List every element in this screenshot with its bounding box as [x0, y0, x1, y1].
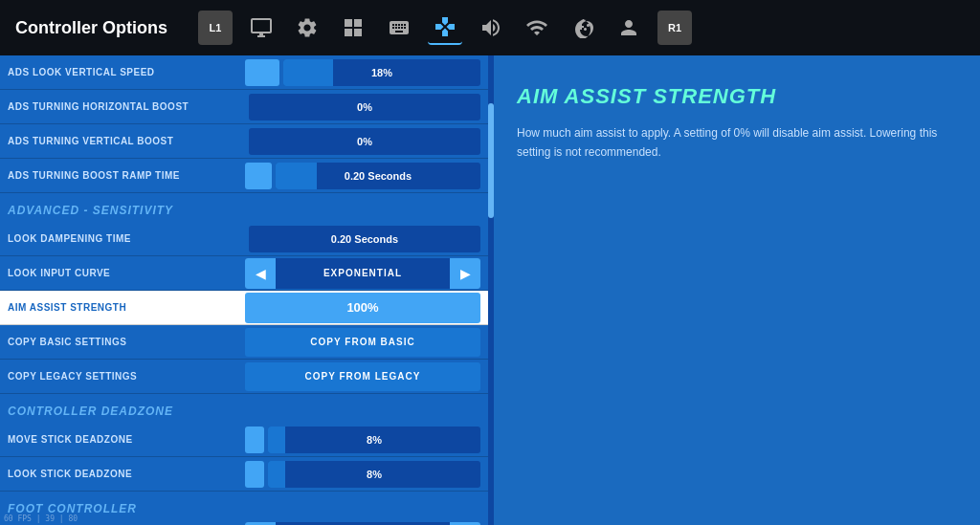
controller-deadzone-title: CONTROLLER DEADZONE: [8, 405, 173, 418]
slider-thumb: [245, 163, 272, 189]
setting-copy-legacy[interactable]: COPY LEGACY SETTINGS COPY FROM LEGACY: [0, 360, 488, 394]
look-input-curve-value: EXPONENTIAL: [276, 268, 450, 278]
move-stick-deadzone-control[interactable]: 8%: [245, 425, 480, 455]
setting-look-input-curve[interactable]: LOOK INPUT CURVE ◀ EXPONENTIAL ▶: [0, 256, 488, 291]
advanced-sensitivity-title: ADVANCED - SENSITIVITY: [8, 204, 173, 217]
person-icon[interactable]: [612, 11, 646, 45]
copy-legacy-button[interactable]: COPY FROM LEGACY: [245, 362, 480, 391]
copy-basic-label: COPY BASIC SETTINGS: [8, 337, 245, 347]
look-dampening-time-label: LOOK DAMPENING TIME: [8, 233, 245, 244]
setting-look-stick-deadzone[interactable]: LOOK STICK DEADZONE 8%: [0, 457, 488, 492]
enable-foot-controller-next-button[interactable]: ▶: [450, 522, 480, 526]
slider-bar: 0.20 Seconds: [276, 163, 480, 189]
slider-bar: 0.20 Seconds: [249, 226, 480, 252]
slider-bar: 8%: [268, 461, 480, 488]
foot-controller-title: FOOT CONTROLLER: [8, 502, 137, 515]
look-dampening-time-control[interactable]: 0.20 Seconds: [245, 224, 480, 254]
controller-deadzone-header: CONTROLLER DEADZONE: [0, 394, 488, 423]
slider-fill: [283, 59, 333, 86]
speaker-icon[interactable]: [474, 11, 508, 45]
setting-copy-basic[interactable]: COPY BASIC SETTINGS COPY FROM BASIC: [0, 325, 488, 360]
ads-turning-boost-ramp-time-label: ADS TURNING BOOST RAMP TIME: [8, 170, 245, 181]
gamepad-active-icon[interactable]: [428, 11, 462, 45]
move-stick-deadzone-label: MOVE STICK DEADZONE: [8, 434, 245, 445]
copy-basic-button[interactable]: COPY FROM BASIC: [245, 328, 480, 357]
look-input-curve-next-button[interactable]: ▶: [450, 258, 480, 289]
main-content: ADS LOOK VERTICAL SPEED 18% ADS TURNING …: [0, 55, 980, 525]
aim-assist-strength-label: AIM ASSIST STRENGTH: [8, 302, 245, 313]
monitor-icon[interactable]: [244, 11, 278, 45]
slider-thumb: [245, 427, 264, 453]
network-icon[interactable]: [520, 11, 554, 45]
page-title: Controller Options: [15, 18, 167, 38]
gamepad2-icon[interactable]: [566, 11, 600, 45]
slider-value: 18%: [371, 67, 392, 78]
fps-counter: 60 FPS | 39 | 80: [4, 514, 78, 523]
look-input-curve-label: LOOK INPUT CURVE: [8, 268, 245, 278]
slider-value: 0%: [357, 101, 372, 113]
slider-fill: [268, 461, 285, 488]
l1-badge[interactable]: L1: [198, 11, 233, 45]
ads-turning-vertical-boost-label: ADS TURNING VERTICAL BOOST: [8, 136, 245, 146]
ads-turning-boost-ramp-time-control[interactable]: 0.20 Seconds: [245, 161, 480, 191]
look-stick-deadzone-control[interactable]: 8%: [245, 459, 480, 490]
slider-thumb: [245, 59, 279, 86]
info-title: AIM ASSIST STRENGTH: [517, 84, 957, 109]
setting-ads-look-vertical-speed[interactable]: ADS LOOK VERTICAL SPEED 18%: [0, 55, 488, 90]
slider-value: 8%: [367, 469, 382, 480]
enable-foot-controller-control[interactable]: ◀ OFF ▶: [245, 522, 480, 526]
slider-bar: 0%: [249, 94, 480, 120]
slider-fill: [268, 427, 285, 453]
ads-turning-horizontal-boost-control[interactable]: 0%: [245, 92, 480, 122]
setting-look-dampening-time[interactable]: LOOK DAMPENING TIME 0.20 Seconds: [0, 222, 488, 256]
setting-move-stick-deadzone[interactable]: MOVE STICK DEADZONE 8%: [0, 423, 488, 457]
info-panel: AIM ASSIST STRENGTH How much aim assist …: [494, 55, 980, 525]
scrollbar-track[interactable]: [488, 55, 494, 525]
setting-aim-assist-strength[interactable]: AIM ASSIST STRENGTH 100%: [0, 291, 488, 325]
layout-icon[interactable]: [336, 11, 370, 45]
look-input-curve-prev-button[interactable]: ◀: [245, 258, 276, 289]
top-nav-bar: Controller Options L1 R1: [0, 0, 980, 55]
gear-icon[interactable]: [290, 11, 324, 45]
ads-turning-horizontal-boost-label: ADS TURNING HORIZONTAL BOOST: [8, 101, 245, 112]
slider-value: 0.20 Seconds: [331, 233, 398, 245]
slider-value: 8%: [367, 434, 382, 446]
look-stick-deadzone-label: LOOK STICK DEADZONE: [8, 469, 245, 479]
slider-thumb: [245, 461, 264, 488]
slider-value: 0%: [357, 136, 372, 147]
aim-assist-strength-control[interactable]: 100%: [245, 293, 480, 323]
look-input-curve-control[interactable]: ◀ EXPONENTIAL ▶: [245, 258, 480, 289]
setting-ads-turning-horizontal-boost[interactable]: ADS TURNING HORIZONTAL BOOST 0%: [0, 90, 488, 124]
aim-assist-strength-value: 100%: [346, 300, 378, 315]
scrollbar-thumb[interactable]: [488, 103, 494, 218]
setting-ads-turning-boost-ramp-time[interactable]: ADS TURNING BOOST RAMP TIME 0.20 Seconds: [0, 159, 488, 193]
info-description: How much aim assist to apply. A setting …: [517, 124, 957, 161]
ads-look-vertical-speed-control[interactable]: 18%: [245, 57, 480, 88]
setting-ads-turning-vertical-boost[interactable]: ADS TURNING VERTICAL BOOST 0%: [0, 124, 488, 159]
advanced-sensitivity-header: ADVANCED - SENSITIVITY: [0, 193, 488, 222]
enable-foot-controller-prev-button[interactable]: ◀: [245, 522, 276, 526]
slider-bar: 18%: [283, 59, 480, 86]
ads-look-vertical-speed-label: ADS LOOK VERTICAL SPEED: [8, 67, 245, 77]
copy-legacy-label: COPY LEGACY SETTINGS: [8, 371, 245, 382]
slider-bar: 8%: [268, 427, 480, 453]
r1-badge[interactable]: R1: [657, 11, 692, 45]
keyboard-icon[interactable]: [382, 11, 416, 45]
settings-panel: ADS LOOK VERTICAL SPEED 18% ADS TURNING …: [0, 55, 488, 525]
slider-value: 0.20 Seconds: [345, 170, 412, 182]
slider-fill: [276, 163, 317, 189]
slider-bar: 0%: [249, 128, 480, 155]
ads-turning-vertical-boost-control[interactable]: 0%: [245, 126, 480, 157]
